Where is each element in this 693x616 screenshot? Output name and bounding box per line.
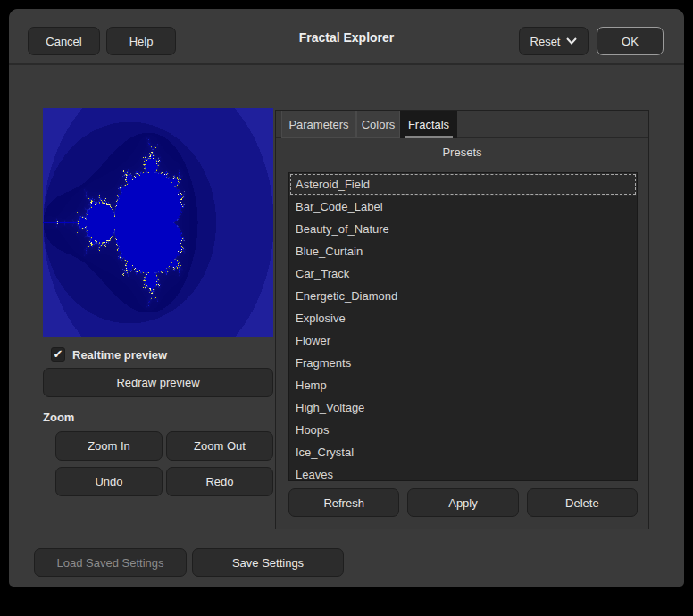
preset-list-item[interactable]: Beauty_of_Nature bbox=[289, 218, 637, 240]
tab-colors[interactable]: Colors bbox=[356, 111, 400, 138]
save-settings-button[interactable]: Save Settings bbox=[192, 548, 344, 577]
preset-list-item[interactable]: Car_Track bbox=[289, 262, 637, 285]
realtime-preview-checkbox[interactable]: ✔ bbox=[51, 347, 65, 362]
chevron-down-icon bbox=[566, 37, 577, 45]
zoom-out-button[interactable]: Zoom Out bbox=[166, 431, 273, 461]
tab-parameters[interactable]: Parameters bbox=[281, 111, 356, 138]
checkmark-icon: ✔ bbox=[54, 347, 63, 361]
preset-list-item[interactable]: High_Voltage bbox=[289, 396, 637, 419]
presets-heading: Presets bbox=[276, 138, 648, 166]
preset-list-item[interactable]: Fragments bbox=[289, 352, 637, 374]
tab-strip: Parameters Colors Fractals bbox=[276, 111, 648, 138]
ok-button[interactable]: OK bbox=[597, 27, 664, 55]
tab-fractals[interactable]: Fractals bbox=[400, 111, 457, 138]
preset-list-item[interactable]: Bar_Code_Label bbox=[289, 196, 637, 218]
dialog-header: Cancel Help Fractal Explorer Reset OK bbox=[9, 9, 684, 65]
fractal-explorer-dialog: Cancel Help Fractal Explorer Reset OK ✔ … bbox=[9, 9, 684, 587]
preset-list-item[interactable]: Hemp bbox=[289, 374, 637, 396]
preset-list-item[interactable]: Blue_Curtain bbox=[289, 240, 637, 262]
zoom-section-label: Zoom bbox=[43, 411, 74, 424]
preset-actions-row: Refresh Apply Delete bbox=[288, 488, 638, 517]
realtime-preview-row: ✔ Realtime preview bbox=[51, 347, 167, 362]
preset-list-item[interactable]: Ice_Crystal bbox=[289, 441, 637, 463]
apply-button[interactable]: Apply bbox=[407, 488, 518, 517]
delete-button[interactable]: Delete bbox=[527, 488, 638, 517]
zoom-in-button[interactable]: Zoom In bbox=[55, 431, 163, 461]
preset-list-item[interactable]: Energetic_Diamond bbox=[289, 285, 637, 307]
notebook-panel: Parameters Colors Fractals Presets Aster… bbox=[275, 110, 649, 529]
redo-button[interactable]: Redo bbox=[166, 467, 273, 496]
redraw-preview-button[interactable]: Redraw preview bbox=[43, 368, 273, 397]
realtime-preview-label: Realtime preview bbox=[72, 348, 167, 362]
undo-button[interactable]: Undo bbox=[55, 467, 163, 496]
fractal-preview-image[interactable] bbox=[43, 108, 273, 337]
load-saved-settings-button[interactable]: Load Saved Settings bbox=[34, 548, 187, 577]
preset-list-item[interactable]: Hoops bbox=[289, 419, 637, 441]
reset-dropdown-button[interactable]: Reset bbox=[519, 27, 589, 55]
reset-button-label: Reset bbox=[530, 35, 561, 48]
refresh-button[interactable]: Refresh bbox=[288, 488, 399, 517]
preset-list-item[interactable]: Asteroid_Field bbox=[289, 173, 637, 196]
preset-list-item[interactable]: Flower bbox=[289, 329, 637, 352]
preset-list-item[interactable]: Explosive bbox=[289, 307, 637, 329]
presets-list[interactable]: Asteroid_Field Bar_Code_Label Beauty_of_… bbox=[288, 172, 638, 481]
preset-list-item[interactable]: Leaves bbox=[289, 463, 637, 481]
